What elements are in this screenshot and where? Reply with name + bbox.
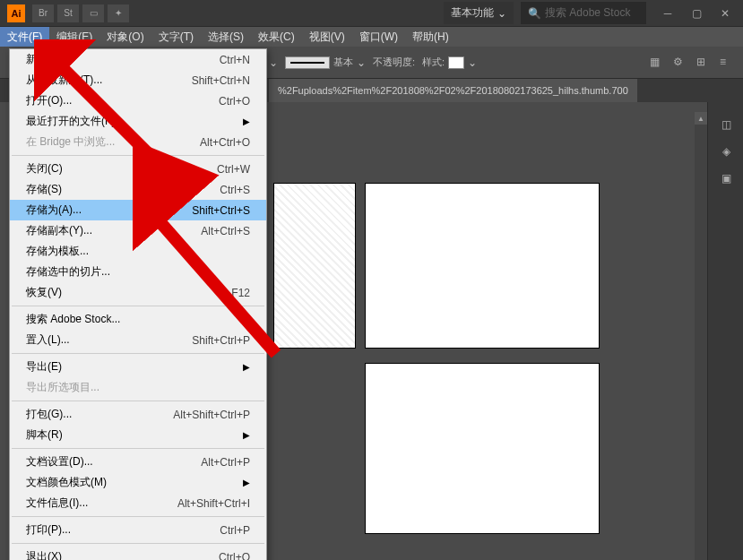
bridge-button[interactable]: Br: [32, 4, 54, 22]
menu-item-存储副本[interactable]: 存储副本(Y)...Alt+Ctrl+S: [10, 220, 266, 241]
menu-separator: [12, 448, 264, 449]
menu-item-shortcut: Shift+Ctrl+P: [192, 334, 250, 347]
menu-item-文档颜色模式[interactable]: 文档颜色模式(M)▶: [10, 472, 266, 493]
submenu-arrow-icon: ▶: [243, 430, 250, 440]
menu-item-打包[interactable]: 打包(G)...Alt+Shift+Ctrl+P: [10, 404, 266, 425]
document-setup-icon[interactable]: ▦: [650, 56, 664, 70]
minimize-button[interactable]: ─: [657, 5, 678, 22]
submenu-arrow-icon: ▶: [243, 478, 250, 487]
menu-item-label: 打包(G)...: [26, 407, 173, 422]
chevron-down-icon: ⌄: [497, 7, 506, 20]
menu-item-退出[interactable]: 退出(X)Ctrl+Q: [10, 547, 266, 560]
menu-view[interactable]: 视图(V): [302, 27, 352, 47]
artboard-3[interactable]: [365, 363, 600, 534]
artboard-2[interactable]: [365, 183, 600, 349]
menu-item-label: 最近打开的文件(F): [26, 114, 243, 129]
file-menu-dropdown: 新建(N)...Ctrl+N从模板新建(T)...Shift+Ctrl+N打开(…: [9, 48, 267, 560]
menu-item-存储[interactable]: 存储(S)Ctrl+S: [10, 179, 266, 200]
menu-file[interactable]: 文件(F): [0, 27, 49, 47]
more-icon[interactable]: ≡: [720, 56, 734, 70]
menu-item-label: 退出(X): [26, 549, 219, 560]
arrange-button[interactable]: ▭: [82, 4, 104, 22]
menu-select[interactable]: 选择(S): [201, 27, 251, 47]
menu-item-label: 打印(P)...: [26, 522, 220, 538]
menu-item-存储为[interactable]: 存储为(A)...Shift+Ctrl+S: [10, 200, 266, 220]
vertical-scrollbar[interactable]: ▲: [695, 112, 707, 560]
chevron-down-icon[interactable]: ⌄: [357, 56, 366, 69]
menu-separator: [12, 306, 264, 306]
artboard-1[interactable]: [273, 183, 356, 349]
menu-item-label: 关闭(C): [26, 161, 217, 177]
menu-item-置入[interactable]: 置入(L)...Shift+Ctrl+P: [10, 330, 266, 350]
layers-icon[interactable]: ◈: [708, 138, 743, 165]
menu-item-label: 恢复(V): [26, 285, 231, 300]
chevron-down-icon[interactable]: ⌄: [468, 56, 477, 69]
scroll-up-arrow[interactable]: ▲: [695, 112, 707, 125]
preferences-icon[interactable]: ⚙: [673, 56, 687, 70]
menu-window[interactable]: 窗口(W): [352, 27, 405, 47]
menu-item-label: 搜索 Adobe Stock...: [26, 312, 250, 327]
stroke-preview[interactable]: [285, 56, 330, 69]
menu-item-存储为模板[interactable]: 存储为模板...: [10, 241, 266, 262]
libraries-icon[interactable]: ◫: [708, 111, 743, 138]
stock-button[interactable]: St: [57, 4, 79, 22]
close-button[interactable]: ✕: [714, 5, 736, 22]
align-icon[interactable]: ⊞: [696, 56, 711, 70]
menu-item-脚本[interactable]: 脚本(R)▶: [10, 425, 266, 445]
menu-item-label: 存储(S): [26, 182, 220, 197]
menu-separator: [12, 543, 264, 544]
menu-item-shortcut: Alt+Ctrl+P: [201, 456, 250, 469]
menu-item-shortcut: Alt+Shift+Ctrl+I: [177, 497, 250, 510]
menu-item-shortcut: Alt+Shift+Ctrl+P: [173, 409, 250, 421]
menu-item-shortcut: Shift+Ctrl+N: [192, 74, 250, 87]
menu-item-恢复[interactable]: 恢复(V)F12: [10, 282, 266, 303]
style-swatch[interactable]: [448, 56, 464, 69]
menu-item-label: 导出(E): [26, 359, 243, 375]
menu-item-shortcut: Ctrl+S: [220, 184, 250, 196]
menu-item-打印[interactable]: 打印(P)...Ctrl+P: [10, 520, 266, 540]
submenu-arrow-icon: ▶: [243, 116, 250, 126]
menu-edit[interactable]: 编辑(E): [49, 27, 99, 47]
menu-item-文件信息[interactable]: 文件信息(I)...Alt+Shift+Ctrl+I: [10, 493, 266, 513]
stock-search-input[interactable]: 🔍 搜索 Adobe Stock: [521, 2, 646, 24]
menu-item-shortcut: Ctrl+N: [220, 54, 250, 66]
document-tab[interactable]: %2Fuploads%2Fitem%2F201808%2F02%2F201808…: [269, 79, 637, 102]
app-logo: Ai: [7, 4, 25, 22]
menu-item-label: 文档颜色模式(M): [26, 475, 243, 490]
menu-item-从模板新建[interactable]: 从模板新建(T)...Shift+Ctrl+N: [10, 70, 266, 90]
menu-item-导出所选项目: 导出所选项目...: [10, 377, 266, 398]
right-panel-dock: ◫ ◈ ▣: [707, 102, 743, 560]
menu-item-label: 在 Bridge 中浏览...: [26, 134, 200, 150]
menu-item-shortcut: Alt+Ctrl+O: [200, 136, 250, 149]
menu-effect[interactable]: 效果(C): [251, 27, 302, 47]
menu-type[interactable]: 文字(T): [151, 27, 201, 47]
menu-item-搜索 Adobe Stock[interactable]: 搜索 Adobe Stock...: [10, 309, 266, 330]
menu-object[interactable]: 对象(O): [99, 27, 151, 47]
menu-item-最近打开的文件[interactable]: 最近打开的文件(F)▶: [10, 111, 266, 132]
maximize-button[interactable]: ▢: [686, 5, 707, 22]
menu-item-label: 文档设置(D)...: [26, 454, 201, 470]
menu-item-存储选中的切片[interactable]: 存储选中的切片...: [10, 262, 266, 282]
menu-item-label: 导出所选项目...: [26, 380, 250, 395]
artboards-icon[interactable]: ▣: [708, 165, 743, 192]
menu-item-label: 文件信息(I)...: [26, 495, 177, 511]
workspace-dropdown[interactable]: 基本功能 ⌄: [444, 2, 514, 24]
menu-item-label: 存储选中的切片...: [26, 264, 250, 280]
menu-item-导出[interactable]: 导出(E)▶: [10, 357, 266, 377]
menu-item-label: 从模板新建(T)...: [26, 73, 192, 88]
submenu-arrow-icon: ▶: [243, 362, 250, 372]
search-icon: 🔍: [528, 7, 541, 20]
menu-item-在 Bridge 中浏览: 在 Bridge 中浏览...Alt+Ctrl+O: [10, 132, 266, 152]
menu-item-shortcut: Ctrl+W: [217, 163, 250, 176]
menu-help[interactable]: 帮助(H): [405, 27, 456, 47]
menu-separator: [12, 155, 264, 156]
menu-item-文档设置[interactable]: 文档设置(D)...Alt+Ctrl+P: [10, 452, 266, 472]
menu-item-新建[interactable]: 新建(N)...Ctrl+N: [10, 49, 266, 70]
menu-item-shortcut: Alt+Ctrl+S: [201, 225, 250, 237]
menu-item-打开[interactable]: 打开(O)...Ctrl+O: [10, 90, 266, 111]
chevron-down-icon[interactable]: ⌄: [269, 56, 278, 69]
menu-item-label: 新建(N)...: [26, 52, 220, 67]
gpu-button[interactable]: ✦: [108, 4, 129, 22]
menubar: 文件(F) 编辑(E) 对象(O) 文字(T) 选择(S) 效果(C) 视图(V…: [0, 27, 743, 47]
menu-item-关闭[interactable]: 关闭(C)Ctrl+W: [10, 159, 266, 179]
